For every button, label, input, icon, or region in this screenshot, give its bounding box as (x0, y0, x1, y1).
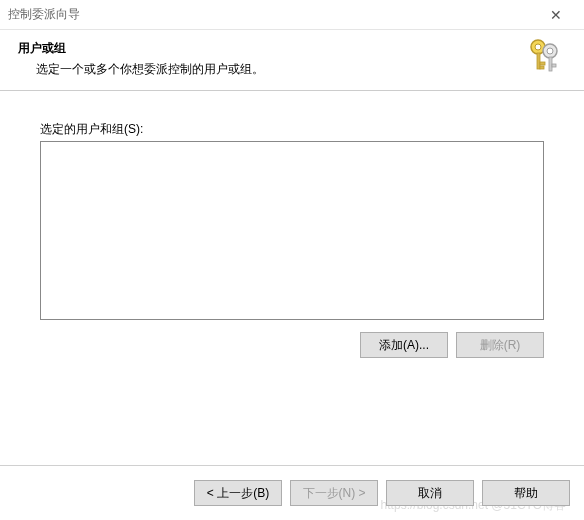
svg-rect-4 (540, 66, 544, 69)
svg-rect-3 (540, 62, 545, 65)
cancel-button[interactable]: 取消 (386, 480, 474, 506)
wizard-footer: < 上一步(B) 下一步(N) > 取消 帮助 (194, 480, 570, 506)
main-content: 选定的用户和组(S): 添加(A)... 删除(R) (0, 91, 584, 368)
window-title: 控制委派向导 (8, 6, 536, 23)
svg-rect-8 (552, 64, 556, 67)
close-icon: ✕ (550, 7, 562, 23)
listbox-label: 选定的用户和组(S): (40, 121, 544, 138)
svg-rect-2 (537, 53, 540, 69)
svg-point-1 (535, 44, 541, 50)
svg-rect-7 (549, 57, 552, 71)
svg-point-6 (547, 48, 553, 54)
page-heading: 用户或组 (18, 40, 572, 57)
keys-icon (524, 36, 566, 81)
close-button[interactable]: ✕ (536, 0, 576, 30)
page-subtitle: 选定一个或多个你想委派控制的用户或组。 (36, 61, 572, 78)
list-buttons-row: 添加(A)... 删除(R) (40, 332, 544, 358)
titlebar: 控制委派向导 ✕ (0, 0, 584, 30)
footer-separator (0, 465, 584, 466)
remove-button: 删除(R) (456, 332, 544, 358)
wizard-header: 用户或组 选定一个或多个你想委派控制的用户或组。 (0, 30, 584, 91)
add-button[interactable]: 添加(A)... (360, 332, 448, 358)
back-button[interactable]: < 上一步(B) (194, 480, 282, 506)
help-button[interactable]: 帮助 (482, 480, 570, 506)
next-button: 下一步(N) > (290, 480, 378, 506)
selected-users-listbox[interactable] (40, 141, 544, 320)
